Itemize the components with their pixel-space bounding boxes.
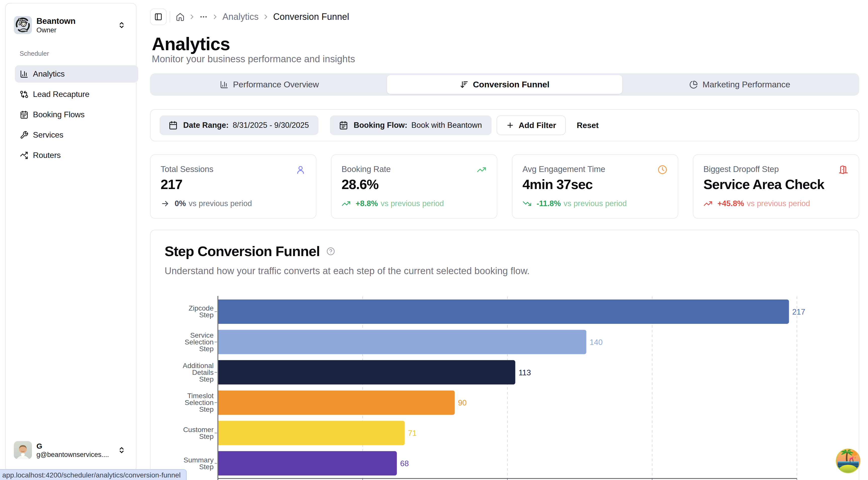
- sidebar-item-services[interactable]: Services: [15, 126, 138, 144]
- sidebar-item-label: Analytics: [33, 69, 65, 78]
- panel-left-icon: [154, 13, 162, 21]
- trending-up-icon: [703, 199, 712, 208]
- team-switcher[interactable]: Beantown Owner: [14, 13, 129, 37]
- palm-island-sticker[interactable]: [836, 448, 861, 474]
- svg-text:Step: Step: [199, 311, 214, 319]
- funnel-subtitle: Understand how your traffic converts at …: [165, 266, 530, 276]
- chevron-right-icon: [262, 13, 270, 21]
- arrow-down-wide-narrow-icon: [460, 80, 468, 89]
- stat-value: Service Area Check: [703, 176, 849, 192]
- door-open-icon: [839, 165, 848, 174]
- wrench-icon: [20, 131, 28, 139]
- svg-text:Step: Step: [199, 405, 214, 413]
- svg-text:217: 217: [793, 308, 805, 316]
- svg-text:Step: Step: [199, 433, 214, 440]
- sidebar-group-label: Scheduler: [20, 50, 49, 58]
- stat-cards: Total Sessions 217 0% vs previous period…: [150, 155, 859, 219]
- org-logo: [14, 16, 32, 34]
- clock-icon: [658, 165, 667, 174]
- sidebar-item-analytics[interactable]: Analytics: [15, 65, 138, 82]
- add-filter-button[interactable]: Add Filter: [497, 115, 566, 135]
- user-menu[interactable]: G g@beantownservices....: [14, 438, 129, 462]
- svg-text:Step: Step: [199, 345, 214, 353]
- calendar-icon: [168, 121, 178, 130]
- svg-text:68: 68: [400, 459, 409, 468]
- stat-value: 217: [161, 176, 306, 192]
- user-initial: G: [36, 441, 118, 451]
- funnel-title: Step Conversion Funnel: [165, 243, 320, 259]
- plus-icon: [506, 121, 514, 129]
- sidebar-item-label: Booking Flows: [33, 110, 85, 119]
- trending-down-icon: [523, 199, 531, 208]
- trending-up-icon: [342, 199, 350, 208]
- page-title: Analytics: [152, 34, 230, 54]
- tab-marketing-performance[interactable]: Marketing Performance: [622, 75, 858, 94]
- breadcrumb-parent[interactable]: Analytics: [222, 11, 258, 22]
- sidebar-toggle-button[interactable]: [150, 8, 166, 25]
- svg-text:90: 90: [458, 399, 467, 407]
- user-email: g@beantownservices....: [36, 451, 118, 459]
- svg-text:113: 113: [519, 368, 531, 377]
- stat-value: 28.6%: [342, 176, 487, 192]
- svg-text:140: 140: [590, 338, 602, 347]
- stat-card-avg-engagement-time: Avg Engagement Time 4min 37sec -11.8% vs…: [512, 155, 678, 219]
- chart-column-icon: [220, 80, 228, 89]
- stat-card-total-sessions: Total Sessions 217 0% vs previous period: [150, 155, 316, 219]
- chart-column-icon: [20, 70, 28, 78]
- svg-text:Step: Step: [199, 375, 214, 383]
- breadcrumb-current: Conversion Funnel: [273, 11, 349, 22]
- circle-help-icon[interactable]: [327, 247, 335, 255]
- breadcrumb: Analytics Conversion Funnel: [150, 8, 349, 25]
- chevron-right-icon: [188, 13, 196, 21]
- status-url-bar: app.localhost:4200/scheduler/analytics/c…: [0, 469, 187, 480]
- tab-list: Performance Overview Conversion Funnel M…: [150, 73, 859, 96]
- tab-performance-overview[interactable]: Performance Overview: [152, 75, 387, 94]
- reset-button[interactable]: Reset: [577, 121, 599, 130]
- ellipsis-icon[interactable]: [199, 12, 208, 21]
- funnel-chart: 217ZipcodeStep140ServiceSelectionStep113…: [150, 289, 868, 480]
- stat-value: 4min 37sec: [523, 176, 668, 192]
- stat-card-booking-rate: Booking Rate 28.6% +8.8% vs previous per…: [331, 155, 497, 219]
- tab-conversion-funnel[interactable]: Conversion Funnel: [387, 75, 622, 94]
- date-range-filter[interactable]: Date Range: 8/31/2025 - 9/30/2025: [160, 115, 318, 135]
- sidebar-item-label: Routers: [33, 150, 61, 160]
- chevrons-up-down-icon: [118, 446, 125, 454]
- svg-text:Step: Step: [199, 463, 214, 471]
- page-subtitle: Monitor your business performance and in…: [152, 54, 355, 65]
- sidebar-item-lead-recapture[interactable]: Lead Recapture: [15, 85, 138, 103]
- sidebar-item-label: Services: [33, 130, 63, 140]
- arrow-right-icon: [161, 199, 169, 208]
- filter-bar: Date Range: 8/31/2025 - 9/30/2025 Bookin…: [150, 109, 859, 141]
- sidebar: Beantown Owner Scheduler Analytics Lead …: [5, 3, 136, 472]
- stat-card-biggest-dropoff-step: Biggest Dropoff Step Service Area Check …: [693, 155, 859, 219]
- calendar-days-icon: [339, 121, 348, 130]
- booking-flow-filter[interactable]: Booking Flow: Book with Beantown: [330, 115, 491, 135]
- svg-text:71: 71: [408, 429, 417, 438]
- user-icon: [296, 165, 305, 174]
- avatar: [14, 441, 32, 459]
- org-role: Owner: [36, 26, 118, 34]
- sidebar-menu: Analytics Lead Recapture Booking Flows S…: [15, 65, 138, 164]
- chart-pie-icon: [689, 80, 698, 89]
- org-name: Beantown: [36, 16, 118, 26]
- trending-up-icon: [477, 165, 486, 174]
- screen: Beantown Owner Scheduler Analytics Lead …: [0, 0, 868, 480]
- funnel-chart-svg: 217ZipcodeStep140ServiceSelectionStep113…: [150, 289, 868, 480]
- calendar-days-icon: [20, 110, 28, 119]
- chevron-right-icon: [211, 13, 219, 21]
- sidebar-item-routers[interactable]: Routers: [15, 147, 138, 164]
- sidebar-item-label: Lead Recapture: [33, 90, 90, 99]
- sidebar-item-booking-flows[interactable]: Booking Flows: [15, 106, 138, 123]
- chevrons-up-down-icon: [118, 21, 125, 29]
- home-icon[interactable]: [176, 12, 185, 21]
- git-compare-arrows-icon: [20, 90, 28, 99]
- trending-up-down-icon: [20, 151, 28, 160]
